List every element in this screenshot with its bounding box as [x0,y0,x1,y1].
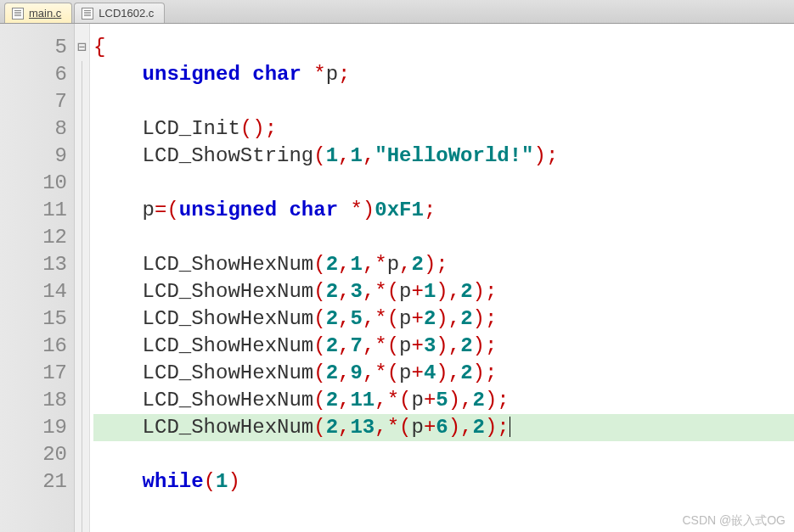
code-token: 3 [424,334,436,357]
code-line[interactable]: LCD_ShowHexNum(2,1,*p,2); [93,251,794,278]
code-token: , [338,361,350,384]
watermark: CSDN @嵌入式OG [682,513,786,529]
code-area[interactable]: { unsigned char *p; LCD_Init(); LCD_Show… [90,24,794,532]
code-token: { [93,36,105,59]
code-token: p [326,63,338,86]
code-token: ); [473,361,498,384]
code-token: ); [473,280,498,303]
code-token: 2 [326,253,338,276]
code-token: 5 [350,307,362,330]
fold-marker[interactable]: ⊟ [75,34,89,61]
line-number: 14 [0,278,74,305]
tab-bar: main.c LCD1602.c [0,0,794,24]
tab-lcd1602-c[interactable]: LCD1602.c [74,3,165,23]
code-token: ), [436,361,460,384]
code-token: p [399,280,411,303]
code-token: , [338,307,350,330]
code-token: 11 [350,389,374,412]
code-token: 5 [436,389,448,412]
code-token: =( [155,199,179,221]
code-token: ), [448,389,473,412]
line-number: 11 [0,197,74,224]
code-token: ( [313,144,325,167]
line-number: 15 [0,305,74,333]
tab-label: main.c [29,7,61,20]
code-line[interactable]: LCD_ShowHexNum(2,13,*(p+6),2); [93,414,794,441]
fold-column: ⊟ [75,24,90,532]
code-token: ( [313,307,325,330]
line-number: 10 [0,170,74,197]
code-token: 7 [350,334,362,357]
code-token: 2 [326,361,338,384]
file-icon [12,8,24,20]
code-line[interactable] [93,224,794,251]
code-line[interactable]: LCD_ShowHexNum(2,7,*(p+3),2); [93,333,794,360]
code-line[interactable]: LCD_ShowHexNum(2,5,*(p+2),2); [93,305,794,333]
code-token: unsigned [179,199,277,221]
code-token: ); [485,416,510,439]
code-token: LCD_ShowHexNum [93,280,313,303]
code-token: ); [424,253,448,276]
code-token: 9 [350,361,362,384]
code-token: ); [473,307,498,330]
code-token: , [338,280,350,303]
code-line[interactable]: LCD_ShowString(1,1,"HelloWorld!"); [93,143,794,170]
code-token: 2 [412,253,424,276]
line-number: 9 [0,143,74,170]
fold-guide-line [82,61,82,532]
code-token: 4 [424,361,436,384]
line-number: 21 [0,468,74,496]
code-token: ; [424,199,436,221]
code-line[interactable]: LCD_Init(); [93,115,794,143]
code-token: + [412,307,424,330]
code-token: 2 [460,334,472,357]
code-line[interactable]: p=(unsigned char *)0xF1; [93,197,794,224]
code-token: 2 [473,416,485,439]
code-line[interactable]: LCD_ShowHexNum(2,11,*(p+5),2); [93,387,794,414]
code-token: while [143,470,204,493]
code-token: 2 [460,361,472,384]
line-number: 6 [0,61,74,88]
code-token: 2 [326,334,338,357]
code-token: ( [313,416,325,439]
code-token: p [387,253,399,276]
code-token: , [338,144,350,167]
code-token: 2 [473,389,485,412]
code-token: 2 [326,307,338,330]
code-token: ) [228,470,239,493]
code-token: 1 [326,144,338,167]
code-token: 6 [436,416,448,439]
code-token: ( [313,334,325,357]
code-line[interactable]: unsigned char *p; [93,61,794,88]
code-token: 1 [350,253,362,276]
code-token: + [412,280,424,303]
code-token: , [399,253,411,276]
code-token: , [338,416,350,439]
code-token: p [399,334,411,357]
code-token: ; [338,63,350,86]
code-token: LCD_ShowHexNum [93,334,313,357]
code-token: 2 [326,389,338,412]
code-line[interactable]: LCD_ShowHexNum(2,9,*(p+4),2); [93,360,794,387]
code-token: (); [240,117,277,140]
tab-main-c[interactable]: main.c [4,3,72,23]
code-line[interactable]: while(1) [93,468,794,496]
code-token: , [338,253,350,276]
code-line[interactable]: { [93,34,794,61]
code-token [301,63,313,86]
code-token [93,470,143,493]
code-token: 2 [460,307,472,330]
code-line[interactable] [93,88,794,115]
code-line[interactable] [93,441,794,468]
code-token: 1 [350,144,362,167]
line-number: 18 [0,387,74,414]
line-number: 5 [0,34,74,61]
code-line[interactable] [93,170,794,197]
code-token: LCD_ShowHexNum [93,389,313,412]
code-token: char [289,199,338,221]
line-number: 8 [0,115,74,143]
code-token: 2 [460,280,472,303]
code-line[interactable]: LCD_ShowHexNum(2,3,*(p+1),2); [93,278,794,305]
code-token: ), [436,334,460,357]
code-token [338,199,350,221]
